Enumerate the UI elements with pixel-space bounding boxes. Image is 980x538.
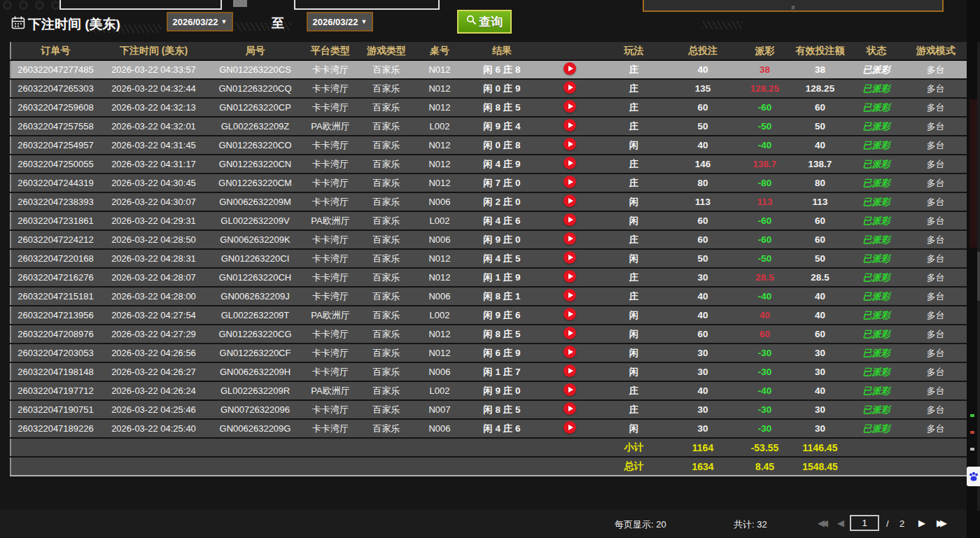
play-video-icon[interactable] [564,176,576,188]
table-row[interactable]: 260322047197712 2026-03-22 04:26:24 GL00… [10,381,967,400]
cell-table-number: N012 [415,60,464,79]
cell-play-type: 庄 [599,155,668,174]
cell-total-bet: 80 [668,174,737,192]
cell-payout: -30 [737,419,792,438]
cell-total-bet: 146 [668,155,737,174]
cell-valid-bet: 30 [792,362,848,381]
cell-result: 闲 7 庄 0 [464,174,540,192]
play-video-icon[interactable] [564,138,576,150]
cell-round-number: GN012263220CI [207,249,303,268]
total-valid: 1548.45 [792,457,848,476]
cell-total-bet: 50 [668,117,737,136]
col-header-status: 状态 [848,42,905,60]
table-row[interactable]: 260322047190751 2026-03-22 04:25:46 GN00… [10,400,967,419]
table-row[interactable]: 260322047244319 2026-03-22 04:30:45 GN01… [10,174,967,192]
col-header-game: 游戏类型 [358,42,415,60]
table-row[interactable]: 260322047254957 2026-03-22 04:31:45 GN01… [10,136,967,155]
cell-play-type: 闲 [599,419,668,438]
play-video-icon[interactable] [564,402,576,415]
cell-game-mode: 多台 [905,344,967,362]
scrollbar-thumb[interactable] [977,252,980,301]
table-row[interactable]: 260322047257558 2026-03-22 04:32:01 GL00… [10,117,967,136]
cell-status-badge: 已派彩 [848,419,905,438]
next-page-button[interactable]: ▶ [918,518,925,528]
table-row[interactable]: 260322047213956 2026-03-22 04:27:54 GL00… [10,306,967,325]
cell-game-mode: 多台 [905,249,967,268]
query-button[interactable]: 查询 [457,10,512,34]
play-video-icon[interactable] [564,308,576,320]
table-row[interactable]: 260322047198148 2026-03-22 04:26:27 GN00… [10,362,967,381]
cell-valid-bet: 60 [792,98,848,117]
cell-bet-time: 2026-03-22 04:29:31 [100,211,207,230]
play-video-icon[interactable] [564,213,576,226]
cell-valid-bet: 50 [792,249,848,268]
page-number-input[interactable] [850,515,879,531]
cell-table-number: N012 [415,136,464,155]
cell-platform: 卡卡湾厅 [303,79,358,98]
cell-game-type: 百家乐 [358,230,415,249]
cell-platform: 卡卡湾厅 [303,362,358,381]
cell-result: 闲 4 庄 5 [464,249,540,268]
play-video-icon[interactable] [564,346,576,358]
cell-play-type: 庄 [599,98,668,117]
first-page-button[interactable]: ◀◀ [818,518,828,528]
scrollbar[interactable] [977,42,980,511]
cell-play-type: 闲 [599,211,668,230]
table-row[interactable]: 260322047277485 2026-03-22 04:33:57 GN01… [10,60,967,79]
play-video-icon[interactable] [564,119,576,132]
cell-valid-bet: 28.5 [792,268,848,287]
play-video-icon[interactable] [564,251,576,264]
prev-page-button[interactable]: ◀ [837,518,844,528]
cell-game-type: 百家乐 [358,400,415,419]
cell-game-type: 百家乐 [358,192,415,211]
browser-paw-overlay-button[interactable] [967,467,980,486]
cell-payout: 40 [737,306,792,325]
table-row[interactable]: 260322047224212 2026-03-22 04:28:50 GN00… [10,230,967,249]
play-video-icon[interactable] [564,421,576,434]
table-row[interactable]: 260322047250055 2026-03-22 04:31:17 GN01… [10,155,967,174]
cell-bet-time: 2026-03-22 04:26:56 [100,344,207,362]
play-video-icon[interactable] [564,327,576,339]
table-row[interactable]: 260322047203053 2026-03-22 04:26:56 GN01… [10,344,967,362]
cell-bet-time: 2026-03-22 04:27:29 [100,325,207,344]
table-row[interactable]: 260322047259608 2026-03-22 04:32:13 GN01… [10,98,967,117]
cell-round-number: GN012263220CQ [207,79,303,98]
cell-status-badge: 已派彩 [848,98,905,117]
cell-round-number: GN00726322096 [207,400,303,419]
table-row[interactable]: 260322047208976 2026-03-22 04:27:29 GN01… [10,325,967,344]
cell-play-type: 庄 [599,60,668,79]
cell-result: 闲 4 庄 6 [464,419,540,438]
right-edge-strip [967,0,980,538]
cell-game-mode: 多台 [905,117,967,136]
play-video-icon[interactable] [564,100,576,113]
play-video-icon[interactable] [564,289,576,302]
cell-play-type: 闲 [599,192,668,211]
table-row[interactable]: 260322047220168 2026-03-22 04:28:31 GN01… [10,249,967,268]
table-row[interactable]: 260322047238393 2026-03-22 04:30:07 GN00… [10,192,967,211]
cell-order-number: 260322047238393 [10,192,100,211]
cell-video [540,362,599,381]
play-video-icon[interactable] [564,270,576,283]
table-row[interactable]: 260322047216276 2026-03-22 04:28:07 GN01… [10,268,967,287]
cell-game-type: 百家乐 [358,306,415,325]
play-video-icon[interactable] [564,157,576,169]
play-video-icon[interactable] [564,364,576,377]
table-row[interactable]: 260322047215181 2026-03-22 04:28:00 GN00… [10,287,967,306]
to-date-select[interactable]: 2026/03/22 ▼ [307,12,373,31]
from-date-select[interactable]: 2026/03/22 ▼ [167,12,233,31]
table-row[interactable]: 260322047265303 2026-03-22 04:32:44 GN01… [10,79,967,98]
play-video-icon[interactable] [564,194,576,207]
last-page-button[interactable]: ▶▶ [937,518,947,528]
play-video-icon[interactable] [564,81,576,94]
play-video-icon[interactable] [564,232,576,245]
play-video-icon[interactable] [564,383,576,396]
cell-valid-bet: 138.7 [792,155,848,174]
cell-play-type: 闲 [599,136,668,155]
cell-game-type: 百家乐 [358,249,415,268]
table-row[interactable]: 260322047231861 2026-03-22 04:29:31 GL00… [10,211,967,230]
table-row[interactable]: 260322047189226 2026-03-22 04:25:40 GN00… [10,419,967,438]
cell-valid-bet: 30 [792,344,848,362]
play-video-icon[interactable] [564,62,576,75]
cell-video [540,79,599,98]
cell-platform: 卡卡湾厅 [303,60,358,79]
